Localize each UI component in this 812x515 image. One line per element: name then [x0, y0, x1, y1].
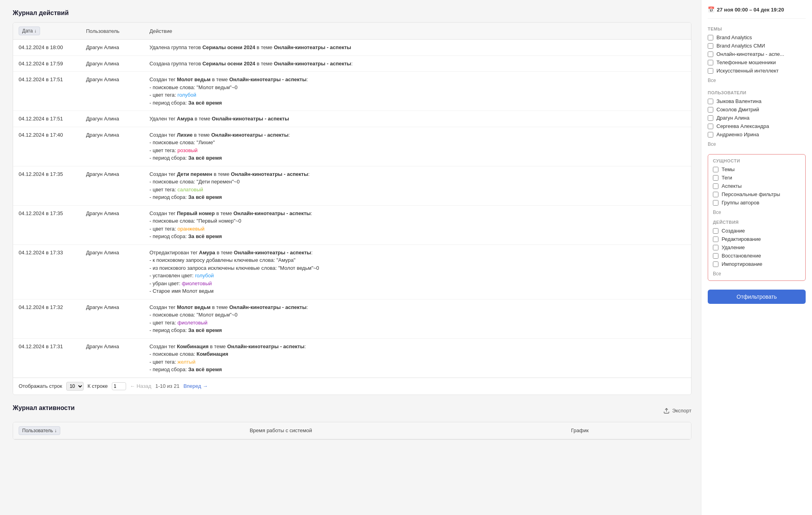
cell-date: 04.12.2024 в 17:32 [13, 299, 80, 338]
filter-checkbox[interactable] [713, 192, 718, 197]
filter-checkbox[interactable] [708, 132, 713, 137]
cell-user: Драгун Алина [80, 205, 144, 244]
cell-action: Удален тег Амура в теме Онлайн-кинотеатр… [144, 111, 691, 127]
cell-action: Создана группа тегов Сериалы осени 2024 … [144, 55, 691, 72]
filter-checkbox[interactable] [713, 237, 718, 242]
filter-checkbox[interactable] [713, 167, 718, 172]
cell-user: Драгун Алина [80, 40, 144, 56]
prev-button[interactable]: ← Назад [130, 383, 151, 389]
users-items: Зыкова ВалентинаСоколов ДмитрийДрагун Ал… [708, 98, 806, 137]
col-date: Дата ↓ [13, 23, 80, 40]
cell-user: Драгун Алина [80, 338, 144, 378]
filter-label: Соколов Дмитрий [716, 107, 759, 113]
date-range: 📅 27 ноя 00:00 – 04 дек 19:20 [708, 6, 806, 19]
rows-select[interactable]: 10 20 50 [66, 382, 84, 391]
filter-item[interactable]: Зыкова Валентина [708, 98, 806, 104]
filter-label: Искусственный интеллект [716, 68, 779, 74]
filter-label: Драгун Алина [716, 115, 749, 121]
filter-item[interactable]: Импортирование [713, 261, 801, 267]
cell-action: Создан тег Лихие в теме Онлайн-кинотеатр… [144, 127, 691, 166]
filter-label: Персональные фильтры [722, 191, 780, 197]
to-row-input[interactable] [112, 382, 126, 390]
cell-action: Создан тег Комбинация в теме Онлайн-кино… [144, 338, 691, 378]
col-user: Пользователь [80, 23, 144, 40]
filter-checkbox[interactable] [708, 35, 713, 40]
filter-checkbox[interactable] [708, 43, 713, 49]
filter-checkbox[interactable] [713, 261, 718, 267]
filter-item[interactable]: Темы [713, 166, 801, 172]
calendar-icon: 📅 [708, 6, 714, 13]
users-filter-section: ПОЛЬЗОВАТЕЛИ Зыкова ВалентинаСоколов Дми… [708, 90, 806, 147]
filter-item[interactable]: Brand Analytics [708, 34, 806, 40]
cell-action: Создан тег Дети перемен в теме Онлайн-ки… [144, 166, 691, 205]
filter-checkbox[interactable] [713, 253, 718, 259]
cell-date: 04.12.2024 в 17:40 [13, 127, 80, 166]
table-row: 04.12.2024 в 17:35Драгун АлинаСоздан тег… [13, 166, 691, 205]
filter-checkbox[interactable] [713, 183, 718, 189]
themes-filter-section: ТЕМЫ Brand AnalyticsBrand Analytics СМИО… [708, 27, 806, 83]
filter-checkbox[interactable] [713, 245, 718, 250]
filter-item[interactable]: Группы авторов [713, 200, 801, 206]
filter-item[interactable]: Создание [713, 228, 801, 234]
filter-checkbox[interactable] [708, 99, 713, 104]
themes-section-title: ТЕМЫ [708, 27, 806, 31]
next-button[interactable]: Вперед → [184, 383, 208, 389]
cell-date: 04.12.2024 в 18:00 [13, 40, 80, 56]
filter-checkbox[interactable] [708, 107, 713, 113]
activity-table: Пользователь ↓ Время работы с системой Г… [13, 422, 691, 439]
cell-user: Драгун Алина [80, 166, 144, 205]
filter-item[interactable]: Драгун Алина [708, 115, 806, 121]
table-row: 04.12.2024 в 17:51Драгун АлинаСоздан тег… [13, 72, 691, 111]
filter-item[interactable]: Аспекты [713, 183, 801, 189]
sidebar: 📅 27 ноя 00:00 – 04 дек 19:20 ТЕМЫ Brand… [701, 0, 812, 515]
filter-label: Телефонные мошенники [716, 59, 776, 65]
filter-checkbox[interactable] [713, 200, 718, 206]
filter-label: Сергеева Александра [716, 123, 769, 129]
table-row: 04.12.2024 в 17:35Драгун АлинаСоздан тег… [13, 205, 691, 244]
filter-checkbox[interactable] [708, 124, 713, 129]
themes-all-link[interactable]: Все [708, 78, 716, 83]
filter-label: Андриенко Ирина [716, 132, 759, 137]
filter-checkbox[interactable] [713, 175, 718, 181]
actions-all-link[interactable]: Все [713, 271, 721, 277]
filter-checkbox[interactable] [708, 52, 713, 57]
page-info: 1-10 из 21 [155, 383, 180, 389]
filter-item[interactable]: Андриенко Ирина [708, 132, 806, 137]
filter-checkbox[interactable] [708, 60, 713, 65]
table-row: 04.12.2024 в 17:33Драгун АлинаОтредактир… [13, 244, 691, 299]
filter-checkbox[interactable] [708, 115, 713, 121]
activity-log-header: Журнал активности Экспорт [13, 404, 691, 417]
entities-all-link[interactable]: Все [713, 210, 721, 215]
filter-button[interactable]: Отфильтровать [708, 290, 806, 304]
activity-log-title: Журнал активности [13, 404, 75, 412]
filter-item[interactable]: Телефонные мошенники [708, 59, 806, 65]
activity-col-chart: График [565, 422, 691, 439]
filter-item[interactable]: Соколов Дмитрий [708, 107, 806, 113]
filter-checkbox[interactable] [708, 68, 713, 74]
filter-item[interactable]: Удаление [713, 244, 801, 250]
filter-checkbox[interactable] [713, 228, 718, 234]
cell-date: 04.12.2024 в 17:59 [13, 55, 80, 72]
filter-item[interactable]: Персональные фильтры [713, 191, 801, 197]
entities-filter-section: СУЩНОСТИ ТемыТегиАспектыПерсональные фил… [708, 154, 806, 281]
filter-item[interactable]: Онлайн-кинотеатры - аспе... [708, 51, 806, 57]
filter-item[interactable]: Сергеева Александра [708, 123, 806, 129]
filter-label: Группы авторов [722, 200, 759, 206]
cell-date: 04.12.2024 в 17:35 [13, 166, 80, 205]
table-row: 04.12.2024 в 17:40Драгун АлинаСоздан тег… [13, 127, 691, 166]
action-log-table: Дата ↓ Пользователь Действие 04.12.2024 … [13, 23, 691, 378]
cell-date: 04.12.2024 в 17:35 [13, 205, 80, 244]
activity-col-time: Время работы с системой [244, 422, 566, 439]
table-row: 04.12.2024 в 18:00Драгун АлинаУдалена гр… [13, 40, 691, 56]
filter-item[interactable]: Теги [713, 175, 801, 181]
users-all-link[interactable]: Все [708, 141, 716, 147]
activity-col-user: Пользователь ↓ [13, 422, 244, 439]
filter-item[interactable]: Восстановление [713, 253, 801, 259]
filter-item[interactable]: Редактирование [713, 236, 801, 242]
entities-items: ТемыТегиАспектыПерсональные фильтрыГрупп… [713, 166, 801, 206]
filter-item[interactable]: Искусственный интеллект [708, 68, 806, 74]
filter-item[interactable]: Brand Analytics СМИ [708, 43, 806, 49]
sort-date-button[interactable]: Дата ↓ [19, 27, 40, 35]
sort-user-button[interactable]: Пользователь ↓ [19, 426, 60, 435]
export-button[interactable]: Экспорт [663, 408, 691, 414]
